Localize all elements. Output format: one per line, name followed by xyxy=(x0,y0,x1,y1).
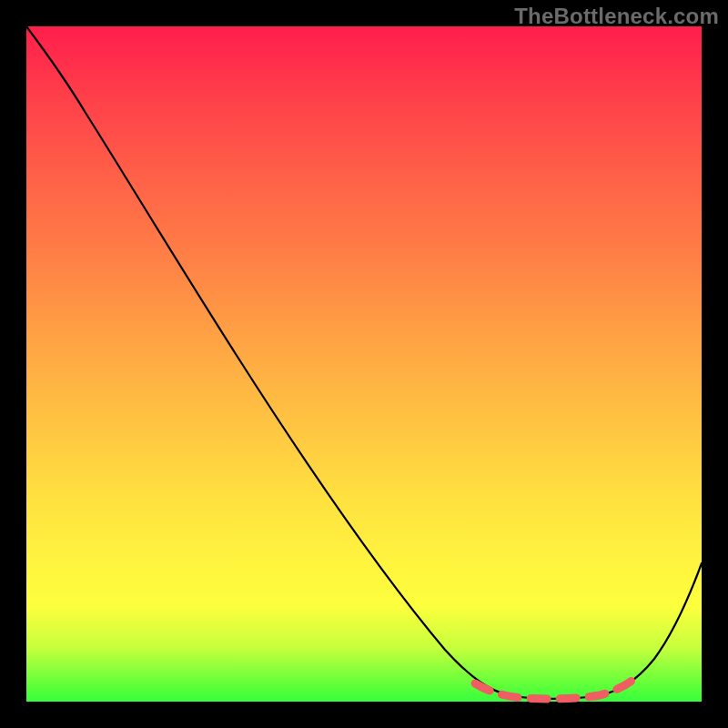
bottleneck-curve xyxy=(26,26,702,699)
bottleneck-curve-svg xyxy=(26,26,702,702)
chart-frame: TheBottleneck.com xyxy=(0,0,728,728)
trough-highlight xyxy=(475,677,636,699)
plot-area xyxy=(26,26,702,702)
watermark-text: TheBottleneck.com xyxy=(514,4,719,29)
